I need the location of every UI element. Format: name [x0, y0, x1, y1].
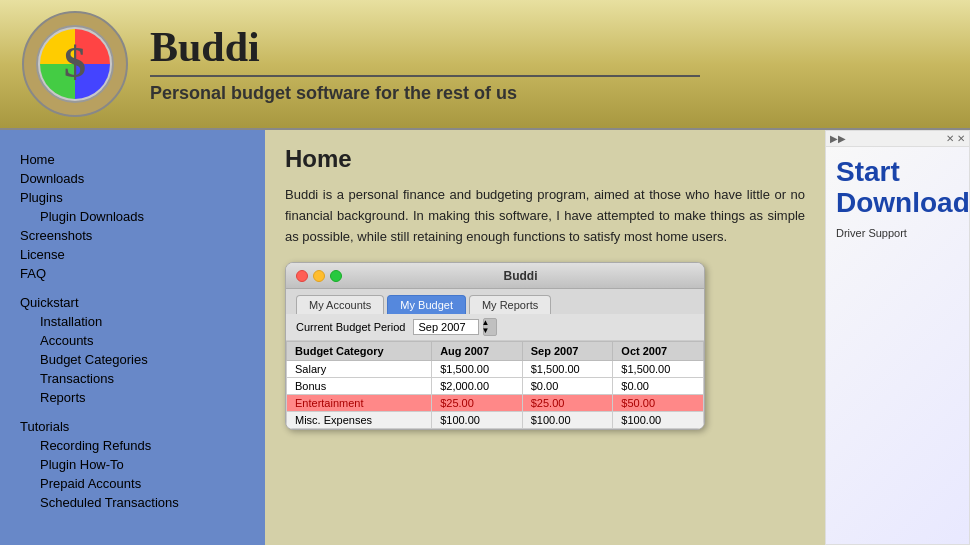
minimize-button-icon[interactable]: [313, 270, 325, 282]
col-category: Budget Category: [287, 342, 432, 361]
sidebar-item-screenshots[interactable]: Screenshots: [0, 226, 265, 245]
site-title: Buddi: [150, 24, 700, 76]
app-screenshot: Buddi My Accounts My Budget My Reports C…: [285, 262, 705, 430]
site-subtitle: Personal budget software for the rest of…: [150, 83, 700, 104]
ad-header-left: ▶▶: [830, 133, 846, 144]
app-titlebar: Buddi: [286, 263, 704, 289]
ad-panel: ▶▶ ✕ ✕ StartDownload Driver Support Driv…: [825, 130, 970, 545]
page-header: $ Buddi Personal budget software for the…: [0, 0, 970, 130]
page-heading: Home: [285, 145, 805, 173]
sidebar-item-transactions[interactable]: Transactions: [0, 369, 265, 388]
period-row: Current Budget Period Sep 2007 ▲ ▼: [286, 314, 704, 341]
table-row: Bonus $2,000.00 $0.00 $0.00: [287, 378, 704, 395]
buddi-logo: $: [20, 9, 130, 119]
ad-big-text: StartDownload: [836, 157, 970, 219]
close-button-icon[interactable]: [296, 270, 308, 282]
col-aug: Aug 2007: [432, 342, 523, 361]
sidebar-item-accounts[interactable]: Accounts: [0, 331, 265, 350]
svg-text:$: $: [64, 38, 86, 87]
period-select[interactable]: Sep 2007: [413, 319, 478, 335]
main-content: Home Buddi is a personal finance and bud…: [265, 130, 825, 545]
col-oct: Oct 2007: [613, 342, 704, 361]
table-row: Entertainment $25.00 $25.00 $50.00: [287, 395, 704, 412]
tab-my-accounts[interactable]: My Accounts: [296, 295, 384, 314]
sidebar-item-prepaid-accounts[interactable]: Prepaid Accounts: [0, 474, 265, 493]
page-layout: Home Downloads Plugins Plugin Downloads …: [0, 130, 970, 545]
table-row: Salary $1,500.00 $1,500.00 $1,500.00: [287, 361, 704, 378]
intro-text: Buddi is a personal finance and budgetin…: [285, 185, 805, 247]
period-stepper[interactable]: ▲ ▼: [483, 318, 497, 336]
sidebar-item-faq[interactable]: FAQ: [0, 264, 265, 283]
sidebar-item-plugins[interactable]: Plugins: [0, 188, 265, 207]
sidebar-item-home[interactable]: Home: [0, 150, 265, 169]
sidebar-item-downloads[interactable]: Downloads: [0, 169, 265, 188]
period-label: Current Budget Period: [296, 321, 405, 333]
tab-my-budget[interactable]: My Budget: [387, 295, 466, 314]
sidebar-item-quickstart[interactable]: Quickstart: [0, 293, 265, 312]
period-value: Sep 2007: [418, 321, 465, 333]
app-window-title: Buddi: [347, 269, 694, 283]
table-row: Misc. Expenses $100.00 $100.00 $100.00: [287, 412, 704, 429]
sidebar-item-scheduled-transactions[interactable]: Scheduled Transactions: [0, 493, 265, 512]
sidebar-item-installation[interactable]: Installation: [0, 312, 265, 331]
ad-header-right: ✕ ✕: [946, 133, 965, 144]
sidebar-item-plugin-downloads[interactable]: Plugin Downloads: [0, 207, 265, 226]
sidebar-item-budget-categories[interactable]: Budget Categories: [0, 350, 265, 369]
sidebar-item-tutorials[interactable]: Tutorials: [0, 417, 265, 436]
tab-my-reports[interactable]: My Reports: [469, 295, 551, 314]
sidebar-item-plugin-how-to[interactable]: Plugin How-To: [0, 455, 265, 474]
col-sep: Sep 2007: [522, 342, 613, 361]
budget-table: Budget Category Aug 2007 Sep 2007 Oct 20…: [286, 341, 704, 429]
sidebar-item-recording-refunds[interactable]: Recording Refunds: [0, 436, 265, 455]
ad-sub-text: Driver Support: [836, 227, 907, 239]
app-tab-bar: My Accounts My Budget My Reports: [286, 289, 704, 314]
sidebar: Home Downloads Plugins Plugin Downloads …: [0, 130, 265, 545]
header-text-block: Buddi Personal budget software for the r…: [150, 24, 700, 103]
maximize-button-icon[interactable]: [330, 270, 342, 282]
sidebar-item-reports[interactable]: Reports: [0, 388, 265, 407]
sidebar-item-license[interactable]: License: [0, 245, 265, 264]
ad-content[interactable]: StartDownload Driver Support Driver Su..…: [826, 147, 969, 545]
ad-header: ▶▶ ✕ ✕: [826, 131, 969, 147]
